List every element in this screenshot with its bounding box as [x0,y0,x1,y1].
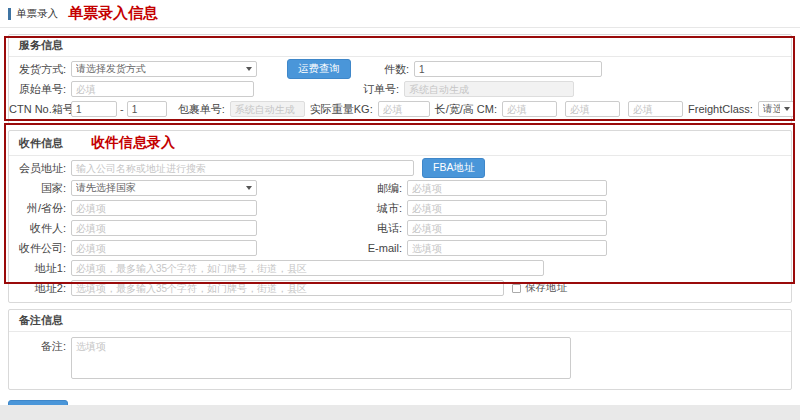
company-input[interactable] [71,240,257,256]
address1-input[interactable] [71,260,544,276]
annotation-page-title: 单票录入信息 [68,4,158,23]
original-no-label: 原始单号: [9,82,71,97]
chevron-down-icon [246,67,252,71]
service-info-header: 服务信息 [9,35,791,57]
zip-label: 邮编: [257,181,407,196]
fba-address-button[interactable]: FBA地址 [422,158,485,178]
member-address-input[interactable] [71,160,414,176]
recipient-row-state-city: 州/省份: 城市: [9,198,785,218]
weight-input[interactable] [378,101,430,117]
ctn-to-input[interactable] [127,101,167,117]
ctn-no-label: CTN No.箱号: [9,102,71,117]
remarks-body: 备注: [9,332,791,389]
address2-label: 地址2: [9,281,71,296]
weight-label: 实际重量KG: [305,102,378,117]
annotation-recipient-entry: 收件信息录入 [91,134,175,152]
remark-textarea[interactable] [71,337,571,379]
freight-class-select[interactable]: 请选择 [758,101,795,117]
recipient-row-person-phone: 收件人: 电话: [9,218,785,238]
country-value: 请先选择国家 [76,181,136,195]
email-input[interactable] [407,240,607,256]
country-select[interactable]: 请先选择国家 [71,180,257,196]
breadcrumb-marker [8,8,11,20]
topbar: 单票录入 单票录入信息 [0,0,800,28]
freight-class-label: FreightClass: [683,103,758,115]
company-label: 收件公司: [9,241,71,256]
remarks-section: 备注信息 备注: [8,309,792,390]
phone-label: 电话: [257,221,407,236]
shipping-method-value: 请选择发货方式 [76,62,146,76]
service-info-body: 发货方式: 请选择发货方式 运费查询 件数: 原始单号: 订单号: CTN No… [9,57,791,123]
member-address-label: 会员地址: [9,161,71,176]
service-row-numbers: 原始单号: 订单号: [9,79,785,99]
recipient-info-title: 收件信息 [19,136,63,151]
recipient-row-country: 国家: 请先选择国家 邮编: [9,178,785,198]
recipient-name-input[interactable] [71,220,257,236]
package-no-label: 包裹单号: [173,102,230,117]
city-label: 城市: [257,201,407,216]
service-row-shipping: 发货方式: 请选择发货方式 运费查询 件数: [9,59,785,79]
remarks-title: 备注信息 [19,313,63,328]
service-info-title: 服务信息 [19,38,63,53]
page: 单票录入 单票录入信息 服务信息 发货方式: 请选择发货方式 运费查询 件数: … [0,0,800,420]
height-input[interactable] [628,101,683,117]
qty-label: 件数: [379,62,414,77]
country-label: 国家: [9,181,71,196]
service-info-section: 服务信息 发货方式: 请选择发货方式 运费查询 件数: 原始单号: 订单号: [8,34,792,124]
breadcrumb[interactable]: 单票录入 [16,7,58,21]
ctn-from-input[interactable] [71,101,117,117]
dims-label: 长/宽/高 CM: [430,102,502,117]
qty-input[interactable] [414,61,602,77]
city-input[interactable] [407,200,607,216]
remarks-row: 备注: [9,334,785,385]
chevron-down-icon [246,186,252,190]
freight-query-button[interactable]: 运费查询 [287,59,351,79]
save-address-label: 保存地址 [525,281,567,295]
width-input[interactable] [565,101,620,117]
chevron-down-icon [784,107,790,111]
service-row-carton: CTN No.箱号: - 包裹单号: 实际重量KG: 长/宽/高 CM: Fre… [9,99,785,119]
recipient-row-company-email: 收件公司: E-mail: [9,238,785,258]
shipping-method-select[interactable]: 请选择发货方式 [71,61,257,77]
recipient-info-section: 收件信息 收件信息录入 会员地址: FBA地址 国家: 请先选择国家 邮编: 州… [8,130,792,303]
freight-class-value: 请选择 [763,102,780,116]
shipping-method-label: 发货方式: [9,62,71,77]
recipient-info-body: 会员地址: FBA地址 国家: 请先选择国家 邮编: 州/省份: 城市: [9,156,791,302]
recipient-row-address2: 地址2: 保存地址 [9,278,785,298]
recipient-info-header: 收件信息 收件信息录入 [9,131,791,156]
footer-bar [0,405,800,420]
email-label: E-mail: [257,242,407,254]
order-no-input[interactable] [404,81,574,97]
recipient-row-member-address: 会员地址: FBA地址 [9,158,785,178]
state-label: 州/省份: [9,201,71,216]
save-address-checkbox[interactable] [512,284,521,293]
length-input[interactable] [502,101,557,117]
original-no-input[interactable] [71,81,254,97]
state-input[interactable] [71,200,257,216]
recipient-name-label: 收件人: [9,221,71,236]
order-no-label: 订单号: [254,82,404,97]
phone-input[interactable] [407,220,607,236]
package-no-input [230,101,305,117]
ctn-separator: - [117,103,127,115]
address1-label: 地址1: [9,261,71,276]
remark-label: 备注: [9,337,71,354]
zip-input[interactable] [407,180,607,196]
address2-input[interactable] [71,280,504,296]
remarks-header: 备注信息 [9,310,791,332]
recipient-row-address1: 地址1: [9,258,785,278]
